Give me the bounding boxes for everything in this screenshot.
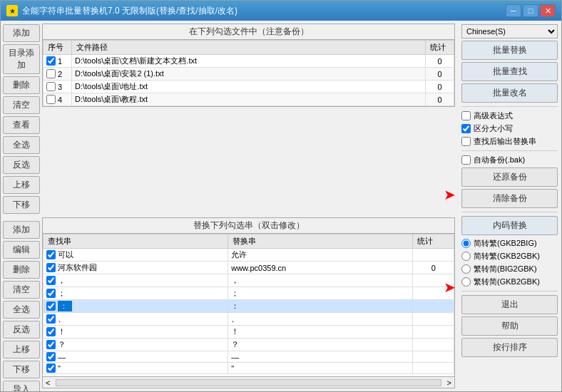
exit-button[interactable]: 退出 [461, 295, 558, 314]
replace-section-title: 替换下列勾选串（双击修改） [43, 218, 454, 234]
row-sort-button[interactable]: 按行排序 [461, 338, 558, 357]
replace-checkbox[interactable] [46, 250, 56, 259]
file-row[interactable]: 4 D:\tools\桌面\教程.txt 0 [44, 93, 454, 106]
replace-checkbox[interactable] [46, 352, 56, 361]
find-cell: ！ [44, 326, 228, 339]
minimize-button[interactable]: ─ [506, 4, 521, 17]
case-sensitive-checkbox[interactable] [461, 124, 471, 133]
select-all-file-button[interactable]: 全选 [3, 136, 40, 154]
file-checkbox[interactable] [46, 69, 56, 78]
move-down-replace-button[interactable]: 下移 [3, 361, 40, 378]
file-path-cell: D:\tools\桌面\安装2 (1).txt [72, 68, 426, 81]
app-icon: ★ [6, 5, 18, 16]
radio-jt-big-label: 简转繁(GKB2BIG) [474, 238, 537, 249]
file-num: 3 [58, 83, 62, 91]
replace-row[interactable]: 可以 允许 [44, 249, 454, 262]
file-checkbox[interactable] [46, 95, 56, 104]
auto-backup-checkbox[interactable] [461, 155, 471, 165]
close-button[interactable]: ✕ [540, 4, 556, 17]
replace-checkbox[interactable] [46, 363, 56, 373]
radio-jt-big[interactable] [461, 239, 471, 248]
replace-checkbox[interactable] [46, 340, 56, 349]
replace-checkbox[interactable] [46, 263, 56, 272]
language-dropdown[interactable]: Chinese(S) Chinese(T) English [461, 24, 558, 38]
import-button[interactable]: 导入 [3, 381, 40, 391]
file-row[interactable]: 1 D:\tools\桌面\文档\新建文本文档.txt 0 [44, 55, 454, 68]
divider-2 [461, 150, 558, 151]
select-all-replace-button[interactable]: 全选 [3, 301, 40, 319]
batch-rename-button[interactable]: 批量改名 [461, 83, 558, 103]
replace-row[interactable]: ！ ！ [44, 326, 454, 339]
stat-cell [413, 287, 454, 300]
horizontal-scrollbar[interactable]: < > [43, 376, 454, 388]
replace-row[interactable]: 、 、 [44, 313, 454, 326]
replace-table-scroll[interactable]: 查找串 替换串 统计 可以 允许 [43, 234, 454, 376]
replace-checkbox[interactable] [46, 314, 56, 324]
move-up-file-button[interactable]: 上移 [3, 176, 40, 194]
stat-cell: 0 [413, 262, 454, 274]
radio-ft-big[interactable] [461, 264, 471, 274]
batch-find-button[interactable]: 批量查找 [461, 62, 558, 81]
add-file-button[interactable]: 添加 [3, 24, 40, 42]
edit-replace-button[interactable]: 编辑 [3, 241, 40, 259]
move-down-file-button[interactable]: 下移 [3, 196, 40, 214]
add-dir-button[interactable]: 目录添加 [3, 44, 40, 74]
upper-section: 添加 目录添加 删除 清空 查看 全选 反选 上移 下移 在下列勾选文件中（注意… [1, 21, 458, 217]
clear-backup-button[interactable]: 清除备份 [461, 189, 558, 208]
view-file-button[interactable]: 查看 [3, 116, 40, 134]
scroll-right-btn[interactable]: > [444, 378, 454, 387]
replace-cell: " [228, 363, 413, 374]
file-count-cell: 0 [426, 81, 454, 93]
radio-jt-gbk[interactable] [461, 252, 471, 261]
batch-replace-button[interactable]: 批量替换 [461, 41, 558, 60]
invert-replace-button[interactable]: 反选 [3, 321, 40, 339]
replace-cell: ： [228, 300, 413, 313]
right-panel-top: Chinese(S) Chinese(T) English 批量替换 批量查找 … [461, 24, 558, 235]
col-find: 查找串 [44, 234, 228, 249]
help-button[interactable]: 帮助 [461, 316, 558, 336]
output-after-find-checkbox[interactable] [461, 137, 471, 146]
maximize-button[interactable]: □ [523, 4, 538, 17]
scroll-left-btn[interactable]: < [43, 378, 53, 387]
delete-file-button[interactable]: 删除 [3, 76, 40, 94]
file-path-cell: D:\tools\桌面\文档\新建文本文档.txt [72, 55, 426, 68]
radio-ft-gbk-row: 繁转简(GKB2GBK) [461, 277, 558, 287]
file-num-cell: 1 [44, 55, 72, 68]
clear-replace-button[interactable]: 清空 [3, 281, 40, 299]
replace-checkbox[interactable] [46, 289, 56, 298]
invert-file-button[interactable]: 反选 [3, 156, 40, 174]
replace-row[interactable]: ？ ？ [44, 339, 454, 351]
advanced-expr-label: 高级表达式 [474, 110, 513, 121]
inner-code-replace-button[interactable]: 内码替换 [461, 216, 558, 235]
clear-file-button[interactable]: 清空 [3, 96, 40, 114]
file-num-cell: 3 [44, 81, 72, 93]
replace-cell: — [228, 351, 413, 363]
replace-checkbox[interactable] [46, 327, 56, 336]
replace-row[interactable]: 河东软件园 www.pc0359.cn 0 [44, 262, 454, 274]
move-up-replace-button[interactable]: 上移 [3, 341, 40, 359]
advanced-expr-checkbox[interactable] [461, 111, 471, 120]
right-panel: Chinese(S) Chinese(T) English 批量替换 批量查找 … [458, 21, 561, 391]
radio-jt-gbk-label: 简转繁(GKB2GBK) [474, 251, 540, 262]
replace-row[interactable]: ； ； [44, 287, 454, 300]
file-checkbox[interactable] [46, 82, 56, 91]
radio-ft-gbk[interactable] [461, 277, 471, 287]
file-path-cell: D:\tools\桌面\地址.txt [72, 81, 426, 93]
replace-cell: ， [228, 274, 413, 287]
replace-checkbox[interactable] [46, 276, 56, 285]
file-row[interactable]: 3 D:\tools\桌面\地址.txt 0 [44, 81, 454, 93]
delete-replace-button[interactable]: 删除 [3, 261, 40, 279]
file-checkbox[interactable] [46, 56, 56, 66]
replace-checkbox[interactable] [46, 301, 56, 311]
title-bar: ★ 全能字符串批量替换机7.0 无限制版(替换/查找/抽取/改名) ─ □ ✕ [1, 1, 561, 21]
replace-row[interactable]: ： ： [44, 300, 454, 313]
file-row[interactable]: 2 D:\tools\桌面\安装2 (1).txt 0 [44, 68, 454, 81]
add-replace-button[interactable]: 添加 [3, 221, 40, 239]
replace-row[interactable]: — — [44, 351, 454, 363]
replace-row[interactable]: " " [44, 363, 454, 374]
scrollbar-track[interactable] [56, 379, 441, 386]
lower-section: 添加 编辑 删除 清空 全选 反选 上移 下移 导入 导出 替换下列勾选串（双击… [1, 217, 458, 391]
find-cell: ； [44, 287, 228, 300]
replace-row[interactable]: ， ， [44, 274, 454, 287]
restore-backup-button[interactable]: 还原备份 [461, 167, 558, 187]
